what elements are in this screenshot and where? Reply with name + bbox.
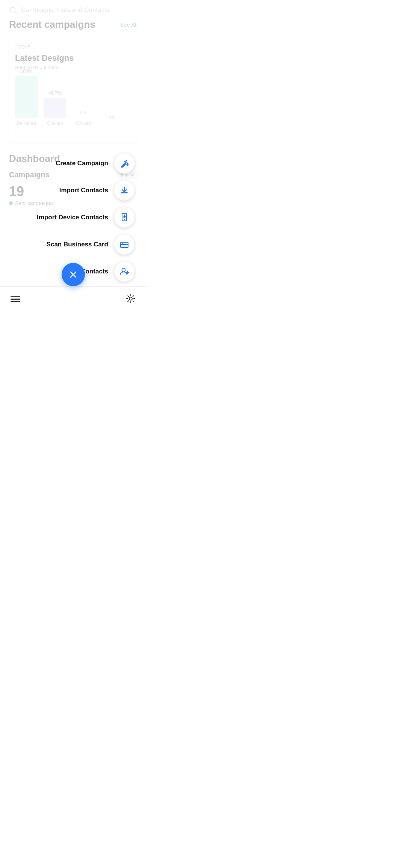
svg-point-15: [129, 297, 132, 300]
menu-button[interactable]: [11, 296, 20, 302]
scan-card-icon: [119, 240, 129, 249]
gear-icon: [125, 293, 136, 304]
fab-item-create-campaign[interactable]: Create Campaign: [56, 153, 134, 174]
phone-download-icon: [119, 213, 129, 222]
svg-rect-9: [122, 243, 123, 245]
fab-label-import-contacts: Import Contacts: [59, 187, 108, 194]
settings-button[interactable]: [125, 293, 136, 305]
fab-icon-add-contacts: [114, 261, 134, 282]
fab-icon-import-contacts: [114, 180, 134, 201]
fab-label-scan-business-card: Scan Business Card: [47, 241, 108, 248]
fab-item-import-contacts[interactable]: Import Contacts: [59, 180, 134, 201]
add-person-icon: [119, 267, 129, 276]
fab-menu: Create Campaign Import Contacts: [0, 153, 147, 282]
svg-point-6: [124, 219, 125, 220]
hamburger-icon: [11, 299, 20, 300]
app-screen: Campaigns, Lists and Contacts Recent cam…: [0, 0, 147, 312]
svg-rect-4: [121, 192, 128, 193]
fab-label-import-device-contacts: Import Device Contacts: [37, 214, 108, 221]
svg-point-10: [122, 269, 125, 272]
download-icon: [119, 186, 129, 195]
bottom-nav: [0, 286, 147, 312]
fab-icon-scan-business-card: [114, 234, 134, 255]
close-icon: [68, 269, 79, 280]
fab-label-create-campaign: Create Campaign: [56, 160, 108, 167]
pen-plus-icon: [119, 159, 129, 168]
hamburger-icon: [11, 296, 20, 297]
fab-icon-create-campaign: [114, 153, 134, 174]
fab-item-scan-business-card[interactable]: Scan Business Card: [47, 234, 134, 255]
fab-icon-import-device-contacts: [114, 207, 134, 228]
fab-main-button[interactable]: [62, 263, 85, 286]
fab-item-import-device-contacts[interactable]: Import Device Contacts: [37, 207, 134, 228]
hamburger-icon: [11, 301, 20, 302]
